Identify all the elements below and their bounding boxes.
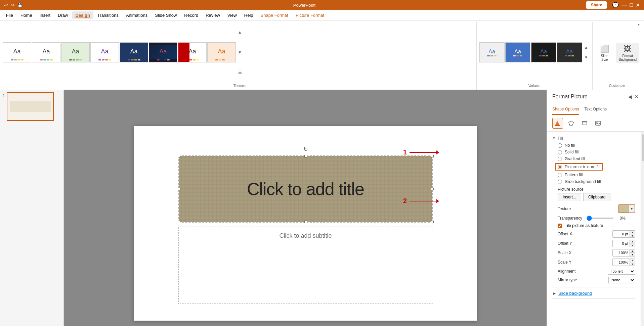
icon-tab-effects[interactable] (566, 118, 576, 129)
theme-item-2[interactable]: Aa (32, 42, 60, 62)
themes-scroll-up[interactable]: ▲ (237, 22, 243, 42)
scale-y-down[interactable]: ▼ (630, 262, 635, 266)
icon-tab-fill[interactable] (552, 118, 563, 129)
menu-picture-format[interactable]: Picture Format (292, 11, 328, 19)
handle-tr[interactable] (431, 155, 434, 157)
themes-scroll-expand[interactable]: ☰ (237, 62, 243, 83)
gradient-fill-option[interactable]: Gradient fill (552, 155, 635, 162)
pattern-fill-radio[interactable] (558, 173, 562, 177)
menu-help[interactable]: Help (241, 11, 257, 19)
menu-home[interactable]: Home (17, 11, 36, 19)
scale-x-up[interactable]: ▲ (630, 249, 635, 253)
tile-checkbox[interactable] (558, 224, 562, 228)
theme-item-1[interactable]: Aa (3, 42, 31, 62)
variant-item-3[interactable]: Aa (531, 42, 556, 62)
menu-animations[interactable]: Animations (123, 11, 151, 19)
handle-ml[interactable] (178, 188, 180, 190)
alignment-select[interactable]: Top left Top center Top right Middle lef… (608, 268, 635, 275)
customize-expand-icon[interactable]: ▾ (636, 22, 641, 28)
slide-thumbnail[interactable] (7, 92, 54, 121)
icon-tab-picture[interactable] (593, 118, 603, 129)
menu-slideshow[interactable]: Slide Show (152, 11, 180, 19)
theme-item-3[interactable]: Aa (61, 42, 90, 62)
themes-scroll-down[interactable]: ▼ (237, 42, 243, 62)
variant-item-4[interactable]: Aa (557, 42, 582, 62)
comment-icon[interactable]: 💬 (612, 2, 619, 8)
panel-scrollbar[interactable] (641, 132, 644, 326)
undo-icon[interactable]: ↩ (4, 2, 8, 8)
menu-shape-format[interactable]: Shape Format (257, 11, 292, 19)
tab-text-options[interactable]: Text Options (584, 107, 607, 115)
fill-section-header[interactable]: ▼ Fill (552, 134, 635, 142)
solid-fill-radio[interactable] (558, 150, 562, 154)
scale-y-input[interactable]: ▲ ▼ (612, 259, 635, 266)
theme-item-5[interactable]: Aa (120, 42, 148, 62)
variant-item-1[interactable]: Aa (479, 42, 505, 62)
transparency-slider[interactable] (587, 218, 613, 219)
icon-tab-size[interactable] (579, 118, 590, 129)
texture-dropdown-btn[interactable]: ▼ (629, 205, 635, 213)
no-fill-radio[interactable] (558, 143, 562, 148)
format-background-button[interactable]: 🖼 FormatBackground (616, 43, 639, 63)
subtitle-placeholder[interactable]: Click to add subtitle (178, 227, 433, 304)
picture-texture-fill-option[interactable]: Picture or texture fill (552, 162, 635, 172)
close-icon[interactable]: ✕ (636, 2, 640, 8)
offset-y-input[interactable]: ▲ ▼ (612, 240, 635, 247)
variants-scroll-down[interactable]: ▼ (583, 52, 590, 62)
menu-review[interactable]: Review (202, 11, 223, 19)
offset-x-up[interactable]: ▲ (630, 231, 635, 234)
menu-draw[interactable]: Draw (54, 11, 71, 19)
scale-y-value[interactable] (613, 260, 630, 265)
panel-scrollbar-thumb[interactable] (642, 134, 644, 161)
scale-x-value[interactable] (613, 250, 630, 255)
panel-back-icon[interactable]: ◀ (628, 94, 632, 99)
rotate-handle[interactable]: ↻ (303, 146, 308, 151)
menu-file[interactable]: File (3, 11, 16, 19)
offset-x-input[interactable]: ▲ ▼ (612, 230, 635, 238)
handle-bc[interactable] (304, 221, 307, 223)
menu-view[interactable]: View (224, 11, 240, 19)
gradient-fill-radio[interactable] (558, 157, 562, 161)
maximize-icon[interactable]: □ (630, 2, 633, 8)
offset-x-value[interactable] (613, 231, 630, 237)
theme-item-8[interactable]: Aa (207, 42, 236, 62)
title-placeholder[interactable]: ↻ Click to add title (178, 155, 433, 223)
variant-item-2[interactable]: Aa (505, 42, 530, 62)
clipboard-button[interactable]: Clipboard (583, 193, 610, 201)
share-button[interactable]: Share (586, 1, 607, 9)
handle-tc[interactable] (304, 155, 307, 157)
texture-selector[interactable]: ▼ (618, 204, 635, 213)
menu-design[interactable]: Design (72, 11, 93, 19)
scale-x-input[interactable]: ▲ ▼ (612, 249, 635, 257)
slide-canvas[interactable]: ↻ Click to add title Click to add subtit… (134, 126, 477, 321)
pattern-fill-option[interactable]: Pattern fill (552, 172, 635, 178)
slide-bg-header[interactable]: ▶ Slide background (552, 289, 635, 297)
minimize-icon[interactable]: — (621, 2, 627, 8)
no-fill-option[interactable]: No fill (552, 142, 635, 149)
menu-record[interactable]: Record (181, 11, 202, 19)
solid-fill-option[interactable]: Solid fill (552, 149, 635, 155)
tab-shape-options[interactable]: Shape Options (552, 107, 579, 115)
slide-size-button[interactable]: ⬜ SlideSize (595, 43, 615, 63)
slide-bg-fill-radio[interactable] (558, 180, 562, 184)
handle-mr[interactable] (431, 188, 434, 190)
menu-transitions[interactable]: Transitions (94, 11, 122, 19)
offset-y-down[interactable]: ▼ (630, 243, 635, 247)
slide-bg-fill-option[interactable]: Slide background fill (552, 178, 635, 185)
insert-button[interactable]: Insert... (558, 193, 581, 201)
offset-y-value[interactable] (613, 241, 630, 246)
handle-tl[interactable] (178, 155, 180, 157)
scale-x-down[interactable]: ▼ (630, 253, 635, 256)
theme-item-4[interactable]: Aa (90, 42, 119, 62)
picture-texture-radio[interactable] (558, 165, 562, 169)
redo-icon[interactable]: ↪ (11, 2, 15, 8)
theme-item-7[interactable]: Aa (178, 42, 207, 62)
mirror-type-select[interactable]: None Horizontal Vertical Both (608, 277, 635, 283)
theme-item-6[interactable]: Aa (149, 42, 177, 62)
save-icon[interactable]: 💾 (17, 3, 23, 7)
handle-br[interactable] (431, 221, 434, 223)
panel-close-icon[interactable]: ✕ (635, 94, 639, 99)
scale-y-up[interactable]: ▲ (630, 259, 635, 262)
menu-insert[interactable]: Insert (36, 11, 54, 19)
offset-x-down[interactable]: ▼ (630, 234, 635, 237)
